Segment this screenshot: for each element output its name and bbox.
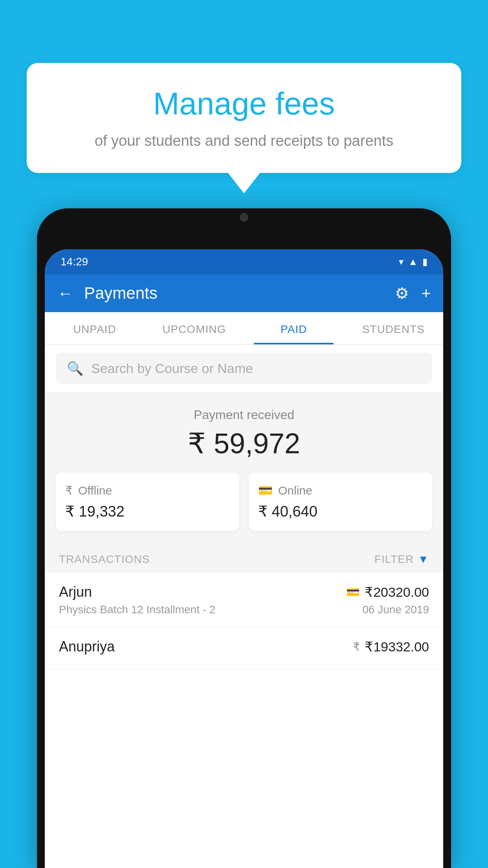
tab-students[interactable]: STUDENTS (344, 312, 444, 344)
rupee-payment-icon: ₹ (353, 640, 360, 653)
tab-unpaid[interactable]: UNPAID (45, 312, 145, 344)
transaction-row[interactable]: Arjun 💳 ₹20320.00 Physics Batch 12 Insta… (45, 573, 443, 627)
filter-button[interactable]: FILTER ▼ (374, 553, 429, 566)
card-payment-icon: 💳 (346, 586, 360, 599)
transaction-details: Physics Batch 12 Installment - 2 06 June… (59, 603, 429, 616)
transactions-header: TRANSACTIONS FILTER ▼ (45, 542, 443, 573)
notch (220, 208, 268, 226)
battery-icon: ▮ (422, 256, 427, 267)
status-time: 14:29 (61, 256, 88, 268)
tabs-bar: UNPAID UPCOMING PAID STUDENTS (45, 312, 443, 345)
search-bar[interactable]: 🔍 Search by Course or Name (56, 353, 432, 384)
phone-screen: 14:29 ▾ ▲ ▮ ← Payments ⚙ + UNPAID UPCOMI… (45, 249, 443, 868)
transaction-name: Arjun (59, 584, 92, 600)
offline-icon: ₹ (65, 484, 73, 497)
payment-summary: Payment received ₹ 59,972 ₹ Offline ₹ 19… (45, 392, 443, 542)
back-button[interactable]: ← (57, 285, 73, 301)
online-label: Online (278, 484, 312, 497)
speech-bubble-subtitle: of your students and send receipts to pa… (46, 131, 442, 151)
settings-icon[interactable]: ⚙ (395, 284, 409, 302)
signal-icon: ▲ (408, 256, 418, 267)
app-header: ← Payments ⚙ + (45, 274, 443, 312)
transactions-label: TRANSACTIONS (59, 553, 150, 566)
offline-amount: ₹ 19,332 (65, 503, 230, 520)
status-bar: 14:29 ▾ ▲ ▮ (45, 249, 443, 274)
payment-cards: ₹ Offline ₹ 19,332 💳 Online ₹ 40,640 (56, 473, 432, 531)
tab-upcoming[interactable]: UPCOMING (145, 312, 244, 344)
offline-card-header: ₹ Offline (65, 484, 230, 497)
transaction-amount-row: 💳 ₹20320.00 (346, 584, 429, 600)
filter-label: FILTER (374, 553, 414, 566)
offline-label: Offline (78, 484, 112, 497)
status-icons: ▾ ▲ ▮ (399, 256, 427, 267)
search-icon: 🔍 (67, 360, 83, 376)
transaction-amount: ₹19332.00 (365, 639, 429, 655)
add-button[interactable]: + (422, 285, 431, 302)
transaction-amount: ₹20320.00 (365, 584, 429, 600)
payment-received-label: Payment received (56, 408, 432, 422)
transaction-row[interactable]: Anupriya ₹ ₹19332.00 (45, 627, 443, 669)
search-container: 🔍 Search by Course or Name (45, 345, 443, 392)
tab-paid[interactable]: PAID (244, 312, 344, 344)
online-icon: 💳 (258, 484, 273, 497)
transaction-course: Physics Batch 12 Installment - 2 (59, 603, 215, 616)
transaction-name: Anupriya (59, 638, 115, 655)
phone-bezel (37, 208, 451, 240)
page-title: Payments (84, 284, 384, 303)
online-card-header: 💳 Online (258, 484, 423, 497)
phone-frame: 14:29 ▾ ▲ ▮ ← Payments ⚙ + UNPAID UPCOMI… (37, 208, 451, 868)
header-icons: ⚙ + (395, 284, 431, 302)
speech-bubble: Manage fees of your students and send re… (27, 63, 461, 173)
transaction-row-top: Arjun 💳 ₹20320.00 (59, 584, 429, 600)
transaction-amount-row: ₹ ₹19332.00 (353, 639, 429, 655)
speech-bubble-title: Manage fees (46, 86, 442, 121)
search-input[interactable]: Search by Course or Name (91, 361, 253, 376)
transaction-date: 06 June 2019 (362, 603, 429, 616)
camera (240, 213, 248, 222)
offline-payment-card: ₹ Offline ₹ 19,332 (56, 473, 239, 531)
wifi-icon: ▾ (399, 256, 404, 267)
transaction-row-top: Anupriya ₹ ₹19332.00 (59, 638, 429, 655)
online-amount: ₹ 40,640 (258, 503, 423, 520)
filter-icon: ▼ (418, 553, 429, 566)
online-payment-card: 💳 Online ₹ 40,640 (249, 473, 432, 531)
payment-total: ₹ 59,972 (56, 427, 432, 460)
